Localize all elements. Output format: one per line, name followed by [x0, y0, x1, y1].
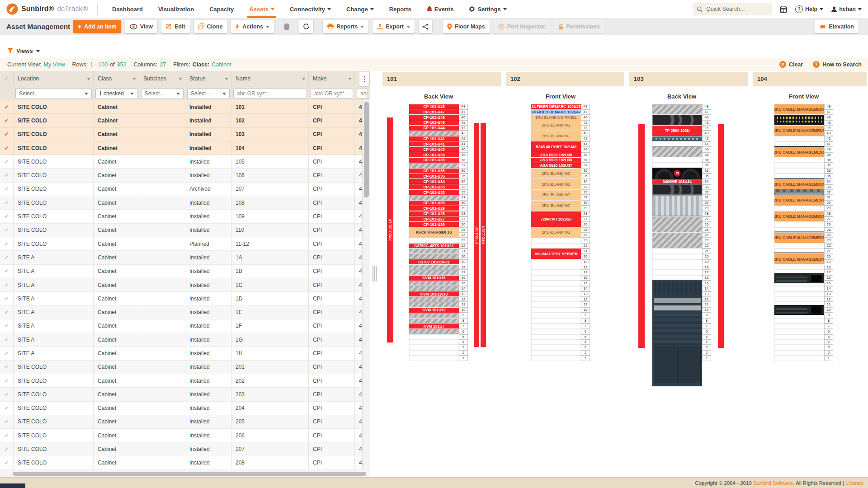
row-check-icon[interactable]: ✔	[0, 309, 13, 315]
rack-item-cp-101-u38[interactable]: CP-101-U38	[409, 158, 459, 163]
row-check-icon[interactable]: ✔	[0, 227, 13, 233]
rack-item-kvm-101u7[interactable]: KVM 101U7	[409, 324, 459, 328]
refresh-button[interactable]	[299, 20, 313, 33]
license-link[interactable]: License	[845, 480, 863, 486]
views-dropdown[interactable]: Views	[7, 47, 40, 54]
cell-check[interactable]: ✔	[0, 114, 14, 127]
table-row[interactable]: ✔SITE COLOCabinetInstalled105CPI48R	[0, 155, 370, 169]
rack-item[interactable]	[652, 195, 702, 216]
row-check-icon[interactable]: ✔	[0, 282, 13, 288]
nav-connectivity[interactable]: Connectivity	[290, 0, 331, 18]
rack-item-2ru-blanking[interactable]: 2RU-BLANKING	[531, 190, 581, 200]
column-header-subclass[interactable]: Subclass	[139, 71, 185, 86]
rack-item-cp-101-u28[interactable]: CP-101-U28	[409, 211, 459, 216]
rack-item-2ru-cable-management[interactable]: 2RU CABLE MANAGEMENT	[774, 254, 824, 264]
clone-button[interactable]: Clone	[194, 20, 227, 33]
edit-button[interactable]: Edit	[161, 20, 190, 33]
brand-logo[interactable]: Sunbird® dcTrack®	[6, 0, 88, 18]
reports-button[interactable]: Reports	[323, 20, 368, 33]
rack-item[interactable]	[409, 319, 459, 324]
nav-capacity[interactable]: Capacity	[209, 0, 234, 18]
filter-select-subclass[interactable]: Select...	[141, 88, 184, 99]
actions-button[interactable]: Actions	[231, 20, 274, 33]
cell-check[interactable]: ✔	[0, 100, 14, 113]
table-row[interactable]: ✔SITE COLOCabinetInstalled202CPI48R	[0, 374, 370, 388]
table-row[interactable]: ✔SITE ACabinetInstalled1ACPI42R	[0, 251, 370, 264]
rack-item-cp-101-u26[interactable]: CP-101-U26	[409, 222, 459, 227]
rack-item-2ru-blanking[interactable]: 2RU-BLANKING	[531, 227, 581, 238]
rack-item-c3750g-48ts-101u22[interactable]: C3750G-48TS 101U22	[409, 244, 459, 249]
rack-item[interactable]	[409, 281, 459, 286]
cell-check[interactable]: ✔	[0, 429, 14, 442]
row-check-icon[interactable]: ✔	[0, 296, 13, 302]
cell-check[interactable]: ✔	[0, 319, 14, 333]
table-row[interactable]: ✔SITE COLOCabinetInstalled205CPI48R	[0, 415, 370, 429]
cell-check[interactable]: ✔	[0, 224, 14, 237]
row-check-icon[interactable]: ✔	[0, 213, 13, 220]
row-check-icon[interactable]: ✔	[0, 446, 13, 452]
select-all-check-icon[interactable]: ✔	[0, 75, 13, 82]
rack-item-rj45-48-port-102u40[interactable]: RJ45 48 PORT 102U40	[531, 141, 581, 152]
share-button[interactable]	[419, 20, 432, 33]
row-check-icon[interactable]: ✔	[0, 323, 13, 329]
rack-item-2ru-blanking[interactable]: 2RU-BLANKING	[531, 201, 581, 211]
rack-item-2ru-cable-management[interactable]: 2RU CABLE MANAGEMENT	[774, 147, 824, 157]
cell-check[interactable]: ✔	[0, 128, 14, 141]
rack-item-2ru-blanking[interactable]: 2RU-BLANKING	[531, 169, 581, 179]
cell-check[interactable]: ✔	[0, 196, 14, 209]
row-check-icon[interactable]: ✔	[0, 378, 13, 384]
rack-item-cp-101-u44[interactable]: CP-101-U44	[409, 126, 459, 131]
row-check-icon-selected[interactable]: ✔	[0, 145, 13, 151]
cell-check[interactable]: ✔	[0, 347, 14, 360]
rack-item-24-fiber-demarc-102u48[interactable]: 24 FIBER DEMARC 102U48	[531, 104, 581, 109]
rack-item[interactable]	[409, 302, 459, 307]
cell-check[interactable]: ✔	[0, 155, 14, 168]
cell-check[interactable]: ✔	[0, 183, 14, 196]
rack-item-cp-101-u41[interactable]: CP-101-U41	[409, 141, 459, 146]
cell-check[interactable]: ✔	[0, 292, 14, 305]
port-inspector-button[interactable]: Port Inspector	[494, 20, 550, 33]
how-to-search-button[interactable]: ?How to Search	[813, 61, 862, 68]
rack-item[interactable]	[409, 297, 459, 302]
rack-item-cp-101-u33[interactable]: CP-101-U33	[409, 184, 459, 189]
rack-item-cp-101-u30[interactable]: CP-101-U30	[409, 201, 459, 206]
table-row[interactable]: ✔SITE ACabinetInstalled1FCPI42R	[0, 319, 370, 333]
cell-check[interactable]: ✔	[0, 305, 14, 319]
rack-item[interactable]	[409, 313, 459, 318]
vertical-scrollbar[interactable]	[362, 100, 370, 470]
filter-select-location[interactable]: Select...	[15, 88, 92, 99]
rack-item[interactable]	[774, 305, 824, 315]
row-check-icon[interactable]: ✔	[0, 268, 13, 274]
quick-search-input[interactable]	[705, 5, 760, 13]
row-check-icon[interactable]: ✔	[0, 186, 13, 192]
column-header-name[interactable]: Name	[231, 71, 309, 86]
table-row[interactable]: ✔SITE COLOCabinetInstalled103CPI48R	[0, 128, 370, 141]
rack-item[interactable]	[774, 273, 824, 284]
rack-item[interactable]	[409, 163, 459, 168]
rack-item-kvm-101u10[interactable]: KVM 101U10	[409, 308, 459, 313]
rack-item-akamai-test-server[interactable]: AKAMAI TEST SERVER	[531, 249, 581, 259]
filter-input-model[interactable]: abc O	[357, 89, 368, 99]
rack-item[interactable]	[652, 136, 702, 141]
cell-check[interactable]: ✔	[0, 169, 14, 182]
rack-item-3400me-103u34[interactable]: 3400ME 103U34	[652, 179, 702, 184]
rack-item[interactable]	[652, 233, 702, 249]
table-row[interactable]: ✔SITE ACabinetInstalled1HCPI42R	[0, 347, 370, 360]
rack-item-tp-2500-103u[interactable]: TP 2500 103U	[652, 126, 702, 136]
rack-item-2ru-cable-management[interactable]: 2RU CABLE MANAGEMENT	[774, 126, 824, 136]
row-check-icon[interactable]: ✔	[0, 460, 13, 466]
row-check-icon[interactable]: ✔	[0, 391, 13, 398]
nav-events[interactable]: Events	[427, 0, 454, 18]
view-button[interactable]: View	[125, 20, 157, 33]
table-row[interactable]: ✔SITE ACabinetInstalled1ECPI42R	[0, 305, 370, 319]
cell-check[interactable]: ✔	[0, 388, 14, 401]
table-row[interactable]: ✔SITE ACabinetInstalled1DCPI42R	[0, 292, 370, 305]
user-menu[interactable]: hchan	[831, 6, 862, 12]
rack-item-7206vxr-102u26[interactable]: 7206VXR 102U26	[531, 211, 581, 227]
table-row[interactable]: ✔SITE COLOCabinetInstalled208CPI48R	[0, 456, 370, 470]
table-row[interactable]: ✔SITE ACabinetInstalled1CCPI42R	[0, 278, 370, 292]
rack-item-cp-101-u34[interactable]: CP-101-U34	[409, 179, 459, 184]
rack-item-2ru-cable-management[interactable]: 2RU CABLE MANAGEMENT	[774, 179, 824, 189]
rack-item[interactable]	[409, 131, 459, 136]
rack-item[interactable]	[409, 195, 459, 200]
